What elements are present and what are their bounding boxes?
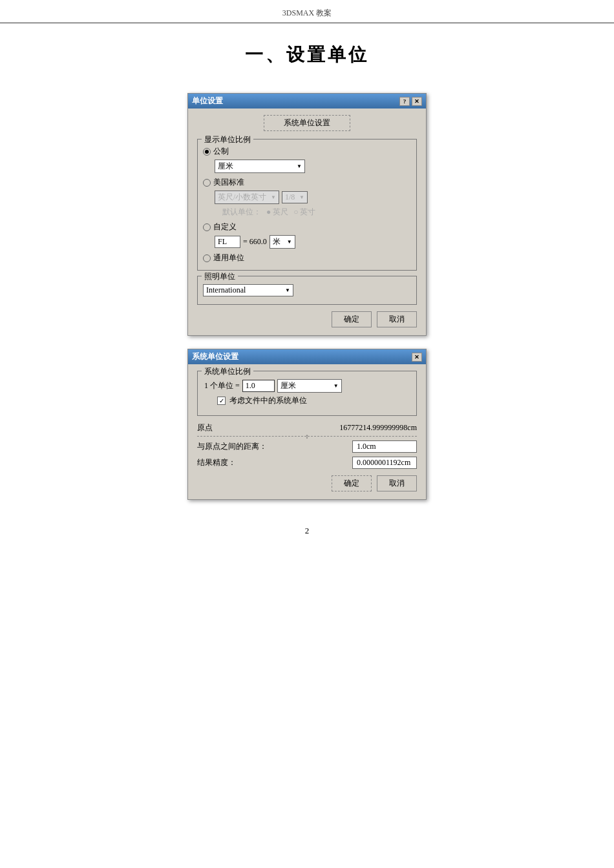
origin-label: 原点: [197, 422, 213, 433]
custom-eq: = 660.0: [243, 237, 267, 247]
distance-label: 与原点之间的距离：: [197, 441, 267, 452]
custom-unit-value: 米: [273, 236, 281, 247]
default-unit-label: 默认单位：: [222, 207, 261, 218]
lighting-dropdown-row: International ▼: [203, 284, 411, 296]
custom-label: 自定义: [213, 222, 237, 232]
lighting-dropdown[interactable]: International ▼: [203, 284, 293, 296]
distance-value: 1.0cm: [352, 440, 417, 453]
close-button[interactable]: ✕: [412, 97, 422, 106]
custom-unit-dropdown[interactable]: 米 ▼: [270, 235, 295, 249]
lighting-label: 照明单位: [202, 271, 238, 282]
dotted-separator: ↕: [197, 436, 417, 437]
metric-radio[interactable]: [203, 148, 211, 156]
display-unit-label: 显示单位比例: [202, 134, 253, 145]
unit-dialog-body: 系统单位设置 显示单位比例 公制 厘米 ▼: [188, 108, 426, 335]
sys-dialog-title: 系统单位设置: [192, 351, 238, 362]
unit-scale-row: 1 个单位 = 1.0 厘米 ▼: [204, 379, 410, 393]
default-unit-inches: ○ 英寸: [293, 207, 315, 218]
default-unit-feet: ● 英尺: [266, 207, 288, 218]
help-button[interactable]: ?: [399, 97, 410, 106]
lighting-value: International: [206, 285, 246, 295]
metric-dropdown-row: 厘米 ▼: [215, 160, 411, 173]
sys-dialog-buttons: 确定 取消: [197, 475, 417, 491]
header-text: 3DSMAX 教案: [282, 8, 332, 17]
us-fraction-arrow: ▼: [299, 194, 304, 200]
sys-unit-dropdown-value: 厘米: [281, 380, 296, 391]
us-dropdown-row: 英尺/小数英寸 ▼ 1/8 ▼: [215, 191, 411, 204]
us-dropdown-value: 英尺/小数英寸: [218, 192, 266, 203]
unit-value-input[interactable]: 1.0: [242, 380, 275, 392]
sys-checkbox[interactable]: ✓: [217, 397, 226, 405]
us-unit-dropdown[interactable]: 英尺/小数英寸 ▼: [215, 191, 279, 204]
metric-dropdown[interactable]: 厘米 ▼: [215, 160, 305, 173]
custom-fl-input[interactable]: FL: [215, 236, 240, 248]
distance-row: 与原点之间的距离： 1.0cm: [197, 440, 417, 453]
dotted-marker: ↕: [306, 433, 309, 440]
precision-row: 结果精度： 0.0000001192cm: [197, 457, 417, 469]
us-fraction-dropdown[interactable]: 1/8 ▼: [282, 191, 308, 203]
page-title: 一、设置单位: [0, 43, 614, 67]
custom-dropdown-arrow: ▼: [287, 239, 292, 245]
metric-radio-row[interactable]: 公制: [203, 146, 411, 157]
precision-label: 结果精度：: [197, 457, 236, 468]
generic-radio[interactable]: [203, 254, 211, 262]
display-unit-group: 显示单位比例 公制 厘米 ▼ 美国标准: [197, 139, 417, 271]
sys-cancel-button[interactable]: 取消: [377, 475, 417, 491]
sys-dialog-titlebar: 系统单位设置 ✕: [188, 349, 426, 364]
unit-dialog-titlebar: 单位设置 ? ✕: [188, 94, 426, 108]
generic-radio-row[interactable]: 通用单位: [203, 253, 411, 264]
dialogs-area: 单位设置 ? ✕ 系统单位设置 显示单位比例 公制 厘: [0, 93, 614, 500]
unit-ok-button[interactable]: 确定: [332, 311, 372, 327]
title-buttons: ? ✕: [399, 97, 422, 106]
metric-dropdown-arrow: ▼: [297, 163, 302, 169]
sys-unit-settings-button[interactable]: 系统单位设置: [264, 115, 350, 131]
page-number: 2: [0, 526, 614, 536]
sys-unit-dialog: 系统单位设置 ✕ 系统单位比例 1 个单位 = 1.0 厘米 ▼: [187, 349, 427, 500]
custom-input-row: FL = 660.0 米 ▼: [215, 235, 411, 249]
sys-title-buttons: ✕: [412, 353, 422, 362]
checkbox-row: ✓ 考虑文件中的系统单位: [217, 395, 410, 406]
sys-ok-button[interactable]: 确定: [332, 475, 372, 491]
unit-cancel-button[interactable]: 取消: [377, 311, 417, 327]
us-radio[interactable]: [203, 179, 211, 187]
unit-prefix: 1 个单位 =: [204, 380, 240, 391]
custom-radio-row[interactable]: 自定义: [203, 222, 411, 232]
unit-dialog-buttons: 确定 取消: [197, 311, 417, 327]
sys-dropdown-arrow: ▼: [333, 383, 339, 389]
lighting-group: 照明单位 International ▼: [197, 276, 417, 305]
sys-close-button[interactable]: ✕: [412, 353, 422, 362]
lighting-dropdown-arrow: ▼: [285, 287, 290, 293]
origin-row: 原点 16777214.999999998cm: [197, 422, 417, 433]
us-radio-row[interactable]: 美国标准: [203, 177, 411, 188]
precision-value: 0.0000001192cm: [352, 457, 417, 469]
metric-label: 公制: [213, 146, 229, 157]
origin-value: 16777214.999999998cm: [339, 423, 417, 433]
unit-settings-dialog: 单位设置 ? ✕ 系统单位设置 显示单位比例 公制 厘: [187, 93, 427, 336]
sys-unit-group: 系统单位比例 1 个单位 = 1.0 厘米 ▼ ✓ 考虑文件中的系统单位: [197, 371, 417, 416]
generic-label: 通用单位: [213, 253, 244, 264]
page-header: 3DSMAX 教案: [0, 0, 614, 23]
sys-unit-dropdown[interactable]: 厘米 ▼: [277, 379, 342, 393]
unit-dialog-title: 单位设置: [192, 96, 223, 107]
metric-dropdown-value: 厘米: [218, 161, 233, 172]
us-dropdown-arrow: ▼: [271, 194, 276, 200]
sys-section-label: 系统单位比例: [202, 366, 253, 377]
sys-dialog-body: 系统单位比例 1 个单位 = 1.0 厘米 ▼ ✓ 考虑文件中的系统单位: [188, 364, 426, 499]
us-label: 美国标准: [213, 177, 244, 188]
default-unit-row: 默认单位： ● 英尺 ○ 英寸: [222, 207, 411, 218]
us-fraction-value: 1/8: [285, 192, 295, 202]
checkbox-label: 考虑文件中的系统单位: [229, 395, 307, 406]
custom-radio[interactable]: [203, 223, 211, 231]
